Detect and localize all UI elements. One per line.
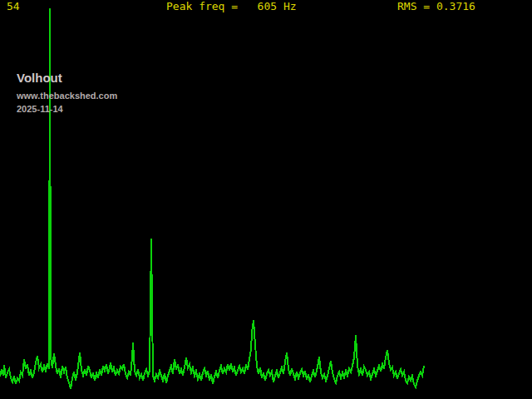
watermark-date: 2025-11-14	[17, 104, 117, 114]
spectrum-plot	[0, 0, 532, 399]
peak-freq-readout: Peak freq = 605 Hz	[166, 1, 297, 12]
watermark: Volhout www.thebackshed.com 2025-11-14	[17, 71, 117, 114]
spectrum-analyzer-screen: 54 Peak freq = 605 Hz RMS = 0.3716 Volho…	[0, 0, 532, 399]
rms-readout: RMS = 0.3716	[397, 1, 475, 12]
watermark-site: www.thebackshed.com	[17, 91, 117, 101]
frame-counter: 54	[7, 1, 20, 12]
watermark-author: Volhout	[17, 71, 117, 85]
spectrum-trace	[0, 8, 424, 389]
